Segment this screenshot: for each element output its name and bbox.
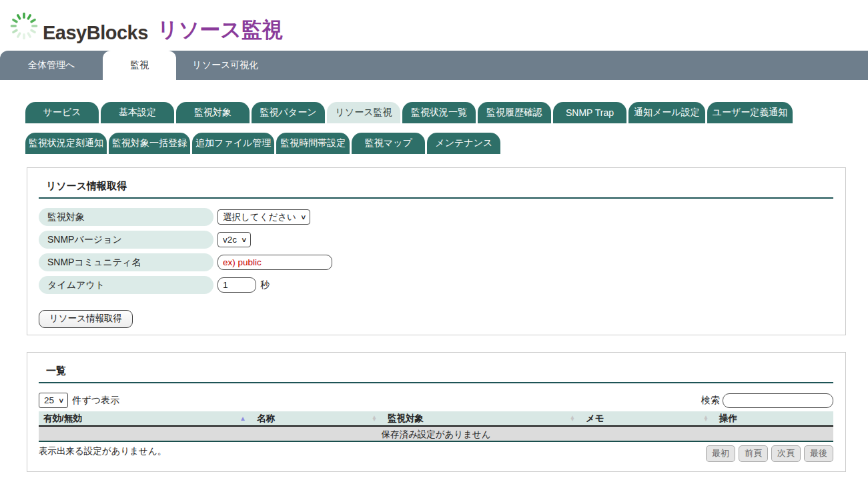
column-header-label: 有効/無効: [43, 413, 82, 425]
tab-notification-mail[interactable]: 通知メール設定: [628, 102, 705, 123]
snmp-community-label: SNMPコミュニティ名: [39, 253, 213, 271]
main-nav-bar: 全体管理へ 監視 リソース可視化: [0, 51, 868, 80]
tab-monitoring-time-period[interactable]: 監視時間帯設定: [276, 133, 350, 154]
form-row-monitor-target: 監視対象 選択してください ∨: [39, 208, 833, 226]
tab-monitor-pattern[interactable]: 監視パターン: [252, 102, 325, 123]
page-size-select-value: 25: [44, 395, 54, 405]
search-label: 検索: [701, 395, 720, 407]
tab-maintenance[interactable]: メンテナンス: [427, 133, 500, 154]
tab-monitor-map[interactable]: 監視マップ: [352, 133, 425, 154]
tab-monitor-status-list[interactable]: 監視状況一覧: [402, 102, 476, 123]
chevron-down-icon: ∨: [58, 397, 65, 404]
pagination-prev-button[interactable]: 前頁: [739, 445, 768, 462]
page-size-suffix-label: 件ずつ表示: [72, 395, 119, 407]
search-input[interactable]: [723, 393, 833, 408]
pagination: 最初 前頁 次頁 最後: [706, 445, 833, 462]
pagination-first-button[interactable]: 最初: [706, 445, 735, 462]
form-row-snmp-version: SNMPバージョン v2c ∨: [39, 231, 833, 249]
column-header-label: 名称: [257, 413, 275, 425]
chevron-down-icon: ∨: [300, 213, 307, 221]
tab-service[interactable]: サービス: [25, 102, 99, 123]
sort-both-icon: ▲▼: [703, 415, 709, 421]
logo-text: EasyBlocks: [43, 22, 148, 44]
sort-both-icon: ▲▼: [570, 415, 575, 421]
pagination-next-button[interactable]: 次頁: [771, 445, 801, 462]
tab-additional-file-management[interactable]: 追加ファイル管理: [192, 133, 274, 154]
tab-monitor-history[interactable]: 監視履歴確認: [478, 102, 551, 123]
timeout-label: タイムアウト: [39, 276, 213, 294]
column-header-memo[interactable]: メモ ▲▼: [581, 411, 715, 425]
monitor-target-select[interactable]: 選択してください ∨: [218, 209, 310, 225]
snmp-version-label: SNMPバージョン: [39, 231, 213, 249]
snmp-community-input[interactable]: [218, 255, 332, 270]
tab-resource-monitoring[interactable]: リソース監視: [327, 102, 400, 123]
page-title: リソース監視: [157, 16, 283, 44]
get-resource-info-button[interactable]: リソース情報取得: [39, 310, 133, 328]
tab-user-defined-notification[interactable]: ユーザー定義通知: [707, 102, 793, 123]
list-title: 一覧: [39, 361, 833, 383]
main-nav-tab-monitoring[interactable]: 監視: [103, 51, 176, 80]
form-row-snmp-community: SNMPコミュニティ名: [39, 253, 833, 271]
column-header-name[interactable]: 名称 ▲▼: [252, 411, 383, 425]
monitor-target-select-value: 選択してください: [223, 211, 296, 223]
sort-asc-icon: ▲: [240, 417, 246, 421]
chevron-down-icon: ∨: [241, 236, 248, 243]
tab-monitor-target[interactable]: 監視対象: [176, 102, 250, 123]
tab-snmp-trap[interactable]: SNMP Trap: [553, 102, 626, 123]
column-header-label: 操作: [719, 413, 737, 425]
pagination-last-button[interactable]: 最後: [804, 445, 833, 462]
snmp-version-select-value: v2c: [223, 235, 237, 245]
sub-nav-row-2: 監視状況定刻通知 監視対象一括登録 追加ファイル管理 監視時間帯設定 監視マップ…: [25, 133, 868, 154]
sub-nav-row-1: サービス 基本設定 監視対象 監視パターン リソース監視 監視状況一覧 監視履歴…: [25, 102, 868, 123]
monitor-target-label: 監視対象: [39, 208, 213, 226]
column-header-enabled-disabled[interactable]: 有効/無効 ▲: [39, 411, 252, 425]
page-size-select[interactable]: 25 ∨: [39, 393, 68, 408]
list-panel: 一覧 25 ∨ 件ずつ表示 検索 有効/無効 ▲ 名称 ▲▼ 監視対象 ▲▼ メ…: [27, 352, 846, 472]
tab-scheduled-status-notification[interactable]: 監視状況定刻通知: [25, 133, 107, 154]
tab-basic-settings[interactable]: 基本設定: [101, 102, 174, 123]
resource-info-title: リソース情報取得: [39, 177, 833, 199]
column-header-label: 監視対象: [388, 413, 424, 425]
easyblocks-spinner-icon: [9, 11, 39, 41]
sort-both-icon: ▲▼: [372, 415, 377, 421]
app-header: EasyBlocks リソース監視: [0, 0, 868, 44]
list-controls: 25 ∨ 件ずつ表示 検索: [39, 393, 833, 408]
timeout-input[interactable]: [218, 277, 256, 293]
tab-bulk-target-registration[interactable]: 監視対象一括登録: [109, 133, 190, 154]
timeout-unit-label: 秒: [260, 279, 270, 291]
snmp-version-select[interactable]: v2c ∨: [218, 232, 251, 247]
empty-table-row: 保存済み設定がありません: [39, 427, 833, 442]
no-results-text: 表示出来る設定がありません。: [39, 445, 166, 457]
table-header-row: 有効/無効 ▲ 名称 ▲▼ 監視対象 ▲▼ メモ ▲▼ 操作: [39, 411, 833, 427]
column-header-label: メモ: [586, 413, 604, 425]
main-nav-tab-resource-visualization[interactable]: リソース可視化: [176, 51, 274, 80]
resource-info-panel: リソース情報取得 監視対象 選択してください ∨ SNMPバージョン v2c ∨…: [27, 167, 846, 335]
sub-nav: サービス 基本設定 監視対象 監視パターン リソース監視 監視状況一覧 監視履歴…: [25, 102, 868, 154]
column-header-monitor-target[interactable]: 監視対象 ▲▼: [383, 411, 581, 425]
column-header-operation[interactable]: 操作: [715, 411, 833, 425]
form-row-timeout: タイムアウト 秒: [39, 276, 833, 294]
table-footer: 表示出来る設定がありません。 最初 前頁 次頁 最後: [39, 442, 833, 462]
main-nav-tab-overall-admin[interactable]: 全体管理へ: [12, 51, 91, 80]
